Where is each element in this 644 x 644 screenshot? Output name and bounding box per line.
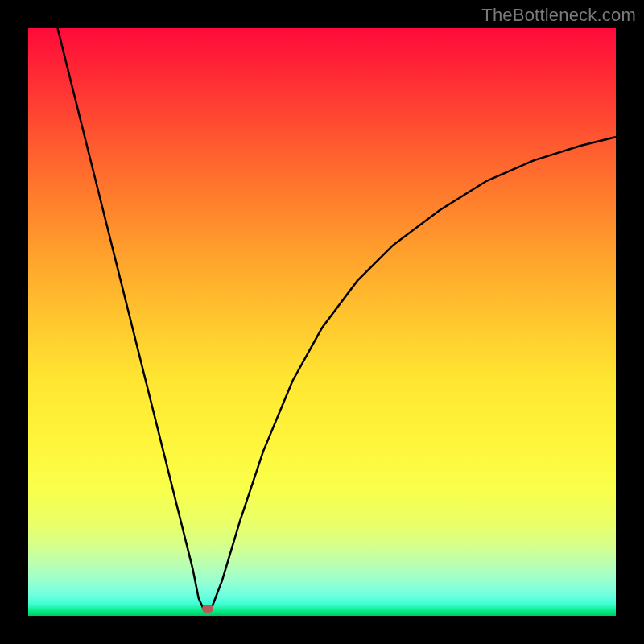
curve-left-branch bbox=[58, 28, 205, 611]
watermark-text: TheBottleneck.com bbox=[481, 5, 636, 26]
plot-area bbox=[28, 28, 616, 616]
bottleneck-curve bbox=[28, 28, 616, 616]
chart-frame: TheBottleneck.com bbox=[0, 0, 644, 644]
optimum-marker bbox=[202, 605, 213, 613]
curve-right-branch bbox=[210, 137, 616, 611]
